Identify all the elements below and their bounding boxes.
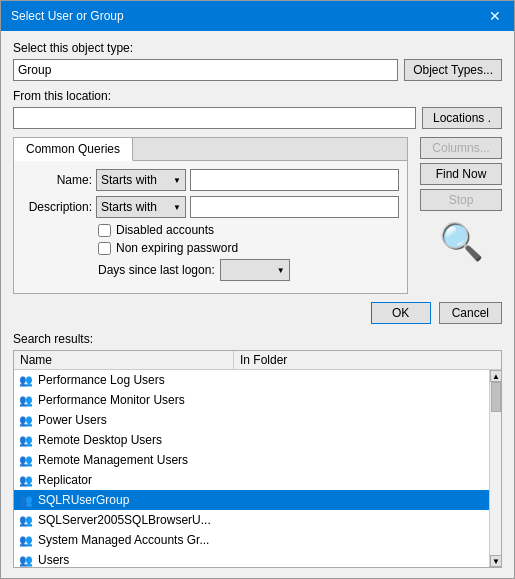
days-label: Days since last logon: xyxy=(98,263,215,277)
table-row[interactable]: 👥 Remote Management Users xyxy=(14,450,489,470)
description-dropdown-text: Starts with xyxy=(101,200,157,214)
scroll-down-btn[interactable]: ▼ xyxy=(490,555,501,567)
group-icon: 👥 xyxy=(18,372,34,388)
scroll-up-btn[interactable]: ▲ xyxy=(490,370,501,382)
table-row[interactable]: 👥 Replicator xyxy=(14,470,489,490)
ok-button[interactable]: OK xyxy=(371,302,431,324)
result-name: Remote Desktop Users xyxy=(38,433,242,447)
search-results-label: Search results: xyxy=(13,332,502,346)
result-name: SQLRUserGroup xyxy=(38,493,242,507)
disabled-accounts-checkbox[interactable] xyxy=(98,224,111,237)
result-name: Replicator xyxy=(38,473,242,487)
dialog-title: Select User or Group xyxy=(11,9,124,23)
location-label: From this location: xyxy=(13,89,502,103)
group-icon: 👥 xyxy=(18,452,34,468)
columns-button[interactable]: Columns... xyxy=(420,137,502,159)
find-now-button[interactable]: Find Now xyxy=(420,163,502,185)
days-dropdown[interactable]: ▼ xyxy=(220,259,290,281)
result-name: Users xyxy=(38,553,242,567)
results-header: Name In Folder xyxy=(14,351,501,370)
col-header-folder[interactable]: In Folder xyxy=(234,351,501,369)
name-dropdown[interactable]: Starts with ▼ xyxy=(96,169,186,191)
title-bar: Select User or Group ✕ xyxy=(1,1,514,31)
result-name: Remote Management Users xyxy=(38,453,242,467)
queries-area: Common Queries Name: Starts with ▼ xyxy=(13,137,502,302)
cancel-button[interactable]: Cancel xyxy=(439,302,502,324)
description-query-row: Description: Starts with ▼ xyxy=(22,196,399,218)
object-type-label: Select this object type: xyxy=(13,41,502,55)
locations-button[interactable]: Locations . xyxy=(422,107,502,129)
group-icon: 👥 xyxy=(18,552,34,567)
common-queries-tab[interactable]: Common Queries xyxy=(14,138,133,161)
table-row[interactable]: 👥 Remote Desktop Users xyxy=(14,430,489,450)
non-expiring-row: Non expiring password xyxy=(98,241,399,255)
disabled-accounts-label: Disabled accounts xyxy=(116,223,214,237)
description-dropdown-arrow: ▼ xyxy=(173,203,181,212)
group-icon: 👥 xyxy=(18,472,34,488)
group-icon: 👥 xyxy=(18,492,34,508)
col-header-name[interactable]: Name xyxy=(14,351,234,369)
results-container: Name In Folder 👥 Performance Log Users 👥… xyxy=(13,350,502,568)
common-queries-panel: Common Queries Name: Starts with ▼ xyxy=(13,137,408,302)
days-row: Days since last logon: ▼ xyxy=(98,259,399,281)
group-icon: 👥 xyxy=(18,412,34,428)
days-dropdown-arrow: ▼ xyxy=(277,266,285,275)
disabled-accounts-row: Disabled accounts xyxy=(98,223,399,237)
scrollbar[interactable]: ▲ ▼ xyxy=(489,370,501,567)
location-input[interactable] xyxy=(13,107,416,129)
name-dropdown-text: Starts with xyxy=(101,173,157,187)
table-row[interactable]: 👥 System Managed Accounts Gr... xyxy=(14,530,489,550)
table-row[interactable]: 👥 Power Users xyxy=(14,410,489,430)
object-type-input[interactable] xyxy=(13,59,398,81)
group-icon: 👥 xyxy=(18,512,34,528)
object-type-row: Object Types... xyxy=(13,59,502,81)
result-name: Performance Monitor Users xyxy=(38,393,242,407)
table-row[interactable]: 👥 SQLServer2005SQLBrowserU... xyxy=(14,510,489,530)
group-icon: 👥 xyxy=(18,532,34,548)
results-body: 👥 Performance Log Users 👥 Performance Mo… xyxy=(14,370,501,567)
group-icon: 👥 xyxy=(18,392,34,408)
close-button[interactable]: ✕ xyxy=(486,7,504,25)
table-row[interactable]: 👥 Users xyxy=(14,550,489,567)
magnifier-icon: 🔍 xyxy=(439,221,484,263)
name-query-row: Name: Starts with ▼ xyxy=(22,169,399,191)
scrollbar-thumb[interactable] xyxy=(491,382,501,412)
name-query-input[interactable] xyxy=(190,169,399,191)
dialog-body: Select this object type: Object Types...… xyxy=(1,31,514,578)
result-name: System Managed Accounts Gr... xyxy=(38,533,242,547)
result-name: SQLServer2005SQLBrowserU... xyxy=(38,513,242,527)
table-row[interactable]: 👥 Performance Log Users xyxy=(14,370,489,390)
tab-header: Common Queries xyxy=(14,138,407,161)
result-name: Performance Log Users xyxy=(38,373,242,387)
search-icon-area: 🔍 xyxy=(420,221,502,263)
scrollbar-track xyxy=(490,382,501,555)
object-types-button[interactable]: Object Types... xyxy=(404,59,502,81)
table-row[interactable]: 👥 Performance Monitor Users xyxy=(14,390,489,410)
non-expiring-label: Non expiring password xyxy=(116,241,238,255)
ok-cancel-row: OK Cancel xyxy=(13,302,502,324)
stop-button[interactable]: Stop xyxy=(420,189,502,211)
result-name: Power Users xyxy=(38,413,242,427)
description-query-label: Description: xyxy=(22,200,92,214)
location-row: Locations . xyxy=(13,107,502,129)
group-icon: 👥 xyxy=(18,432,34,448)
queries-tab-panel: Common Queries Name: Starts with ▼ xyxy=(13,137,408,294)
tab-content: Name: Starts with ▼ Description: Starts xyxy=(14,161,407,293)
description-dropdown[interactable]: Starts with ▼ xyxy=(96,196,186,218)
select-user-group-dialog: Select User or Group ✕ Select this objec… xyxy=(0,0,515,579)
table-row[interactable]: 👥 SQLRUserGroup xyxy=(14,490,489,510)
name-query-label: Name: xyxy=(22,173,92,187)
right-buttons: Columns... Find Now Stop 🔍 xyxy=(420,137,502,302)
results-list[interactable]: 👥 Performance Log Users 👥 Performance Mo… xyxy=(14,370,489,567)
non-expiring-checkbox[interactable] xyxy=(98,242,111,255)
description-query-input[interactable] xyxy=(190,196,399,218)
name-dropdown-arrow: ▼ xyxy=(173,176,181,185)
